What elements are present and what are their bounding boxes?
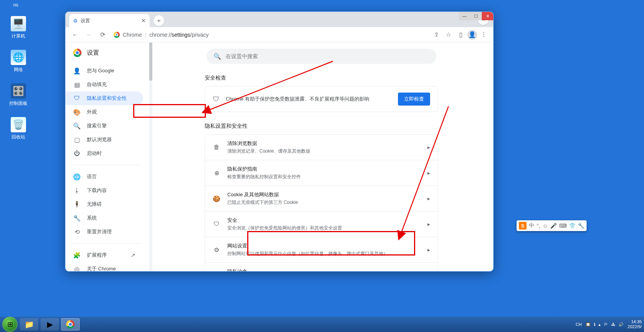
control-panel-icon: 🎛️ [11,83,26,99]
search-input[interactable] [226,53,429,59]
tray-clock[interactable]: 14:35 2022/9/ [628,319,642,329]
minimize-button[interactable]: — [459,12,470,20]
section-privacy: 隐私设置和安全性 [205,123,438,130]
ime-mic-icon[interactable]: 🎤 [550,223,557,229]
nav-language[interactable]: 🌐语言 [65,170,143,184]
nav-system[interactable]: 🔧系统 [65,211,143,225]
menu-button[interactable]: ⋮ [478,29,489,41]
nav-privacy[interactable]: 🛡隐私设置和安全性 [65,91,143,105]
desktop-label: 计算机 [6,33,31,39]
check-now-button[interactable]: 立即检查 [398,93,430,106]
nav-appearance[interactable]: 🎨外观 [65,105,143,119]
nav-startup[interactable]: ⏻启动时 [65,146,143,160]
share-button[interactable]: ⇪ [430,29,442,41]
nav-extensions[interactable]: 🧩扩展程序↗ [65,248,143,262]
nav-label: 语言 [87,173,97,180]
close-window-button[interactable]: ✕ [482,12,493,20]
nav-accessibility[interactable]: 🕴无障碍 [65,197,143,211]
nav-label: 您与 Google [87,67,114,74]
nav-label: 隐私设置和安全性 [87,95,127,102]
tray-up-icon[interactable]: ▴ [598,322,601,327]
play-icon: ▶ [47,320,53,329]
close-icon[interactable]: ✕ [141,18,146,24]
omnibox[interactable]: Chrome | chrome://settings/privacy [111,32,428,38]
maximize-button[interactable]: ☐ [470,12,482,20]
accessibility-icon: 🕴 [73,201,81,208]
shield-icon: 🛡 [73,95,81,102]
palette-icon: 🎨 [73,109,81,116]
desktop-label: 控制面板 [6,100,31,107]
ime-tool-icon[interactable]: 🔧 [578,223,584,229]
tray-vol-icon[interactable]: 🔊 [618,322,624,327]
ime-face-icon[interactable]: ☺ [543,223,548,229]
nav-about[interactable]: ◎关于 Chrome [65,262,143,271]
search-icon: 🔍 [73,122,81,130]
nav-reset[interactable]: ⟲重置并清理 [65,225,143,239]
toolbar: ← → ⟳ Chrome | chrome://settings/privacy… [65,27,493,42]
row-title: 隐私沙盒 [227,268,418,271]
profile-button[interactable]: 👤 [467,30,477,40]
forward-button[interactable]: → [83,29,95,41]
chevron-right-icon: ▸ [427,144,430,150]
nav-autofill[interactable]: ▤自动填充 [65,78,143,91]
tab-settings[interactable]: ⚙ 设置 ✕ [69,14,150,27]
desktop-icon-control-panel[interactable]: 🎛️ 控制面板 [6,83,31,107]
desktop-icon-network[interactable]: 🌐 网络 [6,50,31,73]
row-cookies[interactable]: 🍪 Cookie 及其他网站数据已阻止无痕模式下的第三方 Cookie ▸ [205,186,438,211]
settings-title: 设置 [87,49,99,57]
compass-icon: ⊕ [213,169,220,177]
chrome-small-icon: ◎ [73,265,81,272]
nav-search-engine[interactable]: 🔍搜索引擎 [65,119,143,133]
main-pane: 🔍 安全检查 🛡 Chrome 有助于保护您免受数据泄露、不良扩展程序等问题的影… [150,42,493,271]
task-explorer[interactable]: 📁 [20,318,38,330]
omnibox-label: Chrome [123,32,142,38]
nav-downloads[interactable]: ⭳下载内容 [65,184,143,197]
row-security[interactable]: 🛡 安全安全浏览（保护您免受危险网站的侵害）和其他安全设置 ▸ [205,211,438,237]
trash-icon: 🗑 [213,144,220,151]
reload-button[interactable]: ⟳ [97,29,108,41]
ime-punct-icon[interactable]: °, [536,223,540,229]
tray-net-icon[interactable]: 🖧 [611,322,615,327]
row-privacy-sandbox[interactable]: ⚗ 隐私沙盒试用版功能已开启 ↗ [205,262,438,271]
tray-help-icon[interactable]: 🔲 [585,322,591,327]
tab-strip: ⚙ 设置 ✕ ＋ ▾ — ☐ ✕ [65,12,493,27]
row-clear-data[interactable]: 🗑 清除浏览数据清除浏览记录、Cookie、缓存及其他数据 ▸ [205,135,438,160]
ime-keyboard-icon[interactable]: ⌨ [559,223,567,229]
row-privacy-guide[interactable]: ⊕ 隐私保护指南检查重要的隐私控制设置和安全控件 ▸ [205,160,438,186]
ime-lang[interactable]: 中 [529,222,534,229]
desktop-label: 网络 [6,67,31,73]
row-title: Cookie 及其他网站数据 [227,191,421,198]
system-icon: 🔧 [73,215,81,222]
task-media[interactable]: ▶ [41,318,59,330]
new-tab-button[interactable]: ＋ [153,15,164,26]
tray-lang[interactable]: CH [576,322,582,327]
tray-flag-icon[interactable]: 🏳 [604,322,608,327]
start-button[interactable]: ⊞ [2,317,18,332]
bookmark-button[interactable]: ☆ [443,29,454,41]
ime-person-icon[interactable]: 👕 [569,223,576,229]
chrome-icon [114,32,120,38]
row-site-settings[interactable]: ⚙ 网站设置控制网站可以使用和显示什么信息（如位置信息、摄像头、弹出式窗口及其他… [205,237,438,262]
reset-icon: ⟲ [73,228,81,236]
tray-time: 14:35 [628,319,642,324]
search-icon: 🔍 [214,53,221,60]
chrome-icon [66,320,75,329]
sliders-icon: ⚙ [213,246,220,254]
tray-info-icon[interactable]: ℹ [594,322,595,327]
back-button[interactable]: ← [69,29,81,41]
desktop-icon-recycle-bin[interactable]: 🗑️ 回收站 [6,117,31,140]
task-chrome[interactable] [61,318,80,330]
recycle-bin-icon: 🗑️ [11,117,26,132]
side-panel-button[interactable]: ▯ [455,29,466,41]
extension-icon: 🧩 [73,252,81,259]
nav-you-google[interactable]: 👤您与 Google [65,64,143,78]
nav-label: 搜索引擎 [87,122,107,129]
settings-search[interactable]: 🔍 [207,49,436,64]
nav-label: 关于 Chrome [87,265,116,271]
nav-default-browser[interactable]: ▢默认浏览器 [65,133,143,146]
chrome-window: ⚙ 设置 ✕ ＋ ▾ — ☐ ✕ ← → ⟳ Chrome | chrome:/… [65,11,494,272]
nav-label: 启动时 [87,150,102,157]
desktop-label: 回收站 [6,134,31,140]
ime-toolbar[interactable]: S 中 °, ☺ 🎤 ⌨ 👕 🔧 [517,220,587,231]
desktop-icon-computer[interactable]: 🖥️ 计算机 [6,16,31,39]
